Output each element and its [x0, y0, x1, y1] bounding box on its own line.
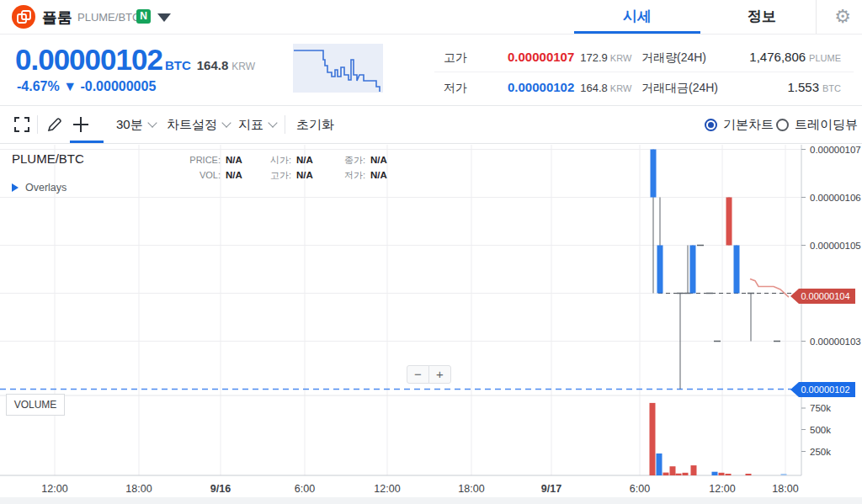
high-krw-unit: KRW	[610, 53, 631, 63]
chevron-down-icon	[268, 118, 277, 127]
x-axis-label: 18:00	[125, 483, 152, 495]
volume-bar	[719, 473, 725, 475]
tab-market-price-label: 시세	[623, 8, 652, 24]
zoom-out-button[interactable]: −	[407, 365, 429, 384]
volume24-unit: PLUME	[809, 53, 841, 63]
chart-area[interactable]: 0.000001070.000001060.000001050.00000103…	[0, 143, 862, 504]
candle-body	[690, 246, 696, 294]
candle-body	[657, 246, 663, 294]
radio-selected-icon	[705, 119, 717, 131]
x-axis-label: 9/17	[541, 483, 561, 495]
low-value: N/A	[370, 170, 404, 180]
new-badge: N	[136, 9, 151, 24]
ma-line	[750, 279, 789, 297]
open-label: 시가:	[261, 154, 291, 167]
draw-tool-button[interactable]	[45, 106, 63, 143]
y-axis-label: 0.00000106	[810, 193, 861, 203]
low-label: 저가	[444, 81, 467, 96]
high-value: N/A	[296, 170, 330, 180]
volume-bar	[670, 466, 676, 475]
x-axis-label: 12:00	[709, 483, 735, 495]
y-axis-label: 0.00000107	[810, 145, 861, 155]
y-axis-label: 0.00000105	[810, 241, 861, 251]
x-axis-label: 12:00	[41, 483, 67, 495]
vol-label: VOL:	[187, 170, 221, 180]
zoom-in-button[interactable]: +	[428, 365, 451, 384]
current-price: 0.00000102	[15, 43, 162, 77]
plus-icon	[72, 115, 90, 134]
tab-market-price[interactable]: 시세	[574, 0, 700, 34]
toolbar-divider	[285, 115, 285, 134]
page-bottom-strip	[0, 497, 862, 504]
high-value: 0.00000107172.9KRW	[508, 50, 631, 64]
candle-body	[726, 198, 732, 246]
chart-settings-dropdown[interactable]: 차트설정	[167, 106, 230, 143]
candle-body	[651, 150, 657, 198]
volume-bar	[650, 403, 656, 475]
amount24-unit: BTC	[822, 83, 841, 93]
pencil-icon	[45, 116, 63, 134]
interval-dropdown[interactable]: 30분	[116, 106, 156, 143]
high-label: 고가	[444, 50, 467, 66]
basic-chart-label: 기본차트	[723, 117, 774, 133]
price-value: N/A	[226, 155, 256, 165]
basic-chart-radio[interactable]: 기본차트	[705, 106, 774, 143]
low-value: 0.00000102164.8KRW	[508, 80, 631, 94]
tradingview-radio[interactable]: 트레이딩뷰	[776, 106, 858, 143]
amount24-number: 1.553	[787, 80, 819, 94]
chart-toolbar: 30분 차트설정 지표 초기화 기본차트 트레이딩뷰	[0, 106, 862, 144]
volume-bar	[676, 474, 682, 475]
fullscreen-icon	[13, 116, 30, 133]
coin-name: 플룸	[42, 8, 72, 28]
volume-bar	[781, 474, 787, 475]
indicators-dropdown[interactable]: 지표	[238, 106, 276, 143]
sparkline-chart	[293, 44, 418, 93]
indicators-label: 지표	[238, 117, 263, 133]
vol-value: N/A	[226, 170, 256, 180]
toolbar-divider	[37, 115, 38, 134]
low-price-badge: 0.00000102	[790, 382, 855, 397]
volume24-value: 1,476,806PLUME	[749, 50, 841, 64]
radio-unselected-icon	[776, 119, 789, 131]
reset-button[interactable]: 초기화	[296, 106, 334, 143]
add-compare-button[interactable]	[72, 106, 90, 143]
coin-selector-caret-icon[interactable]	[157, 13, 171, 22]
low-label: 저가:	[335, 169, 365, 182]
fullscreen-button[interactable]	[13, 106, 30, 143]
x-axis-label: 6:00	[630, 483, 650, 495]
overlays-toggle[interactable]: Overlays	[12, 182, 67, 194]
overlays-label: Overlays	[25, 182, 67, 194]
volume-panel-label: VOLUME	[6, 394, 65, 416]
stats-row-divider	[434, 72, 854, 72]
krw-unit: KRW	[231, 61, 255, 72]
amount24-value: 1.553BTC	[787, 80, 841, 94]
low-price: 0.00000102	[508, 80, 574, 94]
volume24-number: 1,476,806	[749, 50, 806, 64]
header: 플룸 PLUME/BTC N 시세 정보 ⚙	[0, 0, 862, 34]
current-price-row: 0.00000102 BTC 164.8 KRW	[15, 43, 255, 77]
low-krw: 164.8	[580, 82, 608, 94]
krw-price: 164.8	[197, 58, 229, 72]
last-price-badge: 0.00000104	[790, 289, 855, 304]
open-value: N/A	[296, 155, 330, 165]
volume-bar	[657, 454, 662, 475]
volume-bar	[683, 473, 689, 475]
vol-axis-label: 250k	[810, 447, 831, 457]
chevron-down-icon	[221, 118, 231, 127]
active-tab-underline	[574, 31, 700, 34]
tradingview-label: 트레이딩뷰	[795, 117, 858, 133]
price-unit: BTC	[165, 58, 191, 72]
candlestick-chart[interactable]: 0.000001070.000001060.000001050.00000103…	[0, 143, 862, 504]
volume-bar	[663, 473, 669, 475]
x-axis-label: 12:00	[374, 483, 400, 495]
high-krw: 172.9	[580, 51, 608, 64]
price-change: -4.67% ▼ -0.00000005	[17, 79, 156, 94]
tab-info[interactable]: 정보	[707, 0, 817, 34]
x-axis-label: 9/16	[210, 483, 231, 495]
volume24-label: 거래량(24H)	[641, 50, 706, 66]
volume-bar	[712, 472, 718, 475]
chevron-down-icon	[147, 118, 157, 127]
vol-axis-label: 500k	[810, 425, 831, 435]
vol-axis-label: 750k	[810, 403, 831, 413]
settings-gear-icon[interactable]: ⚙	[830, 3, 855, 30]
